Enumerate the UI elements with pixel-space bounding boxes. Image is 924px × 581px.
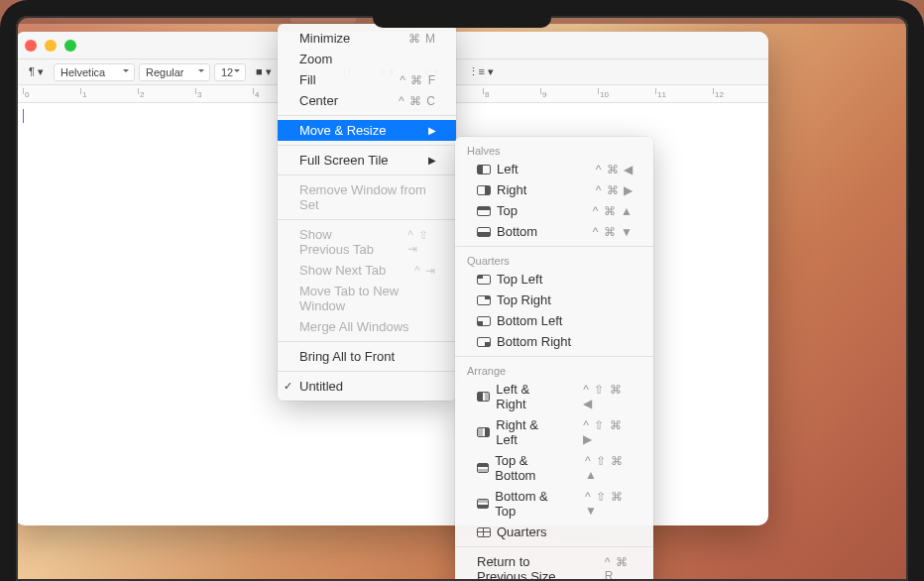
text-cursor [23, 109, 24, 123]
menubar-app-name[interactable]: TextEdit [30, 2, 99, 23]
submenu-item-top-left[interactable]: Top Left [455, 269, 653, 290]
menubar-window[interactable]: Window [290, 2, 356, 23]
submenu-header: Quarters [455, 251, 653, 269]
submenu-header: Halves [455, 141, 653, 159]
menu-item-move-tab-to-new-window: Move Tab to New Window [278, 281, 456, 316]
submenu-item-bottom-top[interactable]: Bottom & Top^ ⇧ ⌘ ▼ [455, 486, 653, 522]
apple-logo-icon[interactable] [10, 5, 24, 19]
minimize-button[interactable] [45, 40, 57, 52]
menubar-view[interactable]: View [243, 2, 290, 23]
submenu-item-quarters[interactable]: Quarters [455, 522, 653, 542]
font-style-select[interactable]: Regular [139, 63, 210, 81]
submenu-item-right-left[interactable]: Right & Left^ ⇧ ⌘ ▶ [455, 414, 653, 450]
menu-item-full-screen-tile[interactable]: Full Screen Tile▶ [278, 150, 456, 171]
menu-item-move-resize[interactable]: Move & Resize▶ [278, 120, 456, 141]
menu-item-show-previous-tab: Show Previous Tab^ ⇧ ⇥ [278, 224, 456, 260]
menu-item-zoom[interactable]: Zoom [278, 49, 456, 69]
menubar-format[interactable]: Format [182, 2, 243, 23]
submenu-item-top-bottom[interactable]: Top & Bottom^ ⇧ ⌘ ▲ [455, 450, 653, 486]
submenu-item-left-right[interactable]: Left & Right^ ⇧ ⌘ ◀ [455, 379, 653, 414]
submenu-item-bottom-left[interactable]: Bottom Left [455, 310, 653, 331]
menubar-file[interactable]: File [99, 2, 140, 23]
menu-item-minimize[interactable]: Minimize⌘ M [278, 28, 456, 49]
menu-item-merge-all-windows: Merge All Windows [278, 316, 456, 337]
menu-item-center[interactable]: Center^ ⌘ C [278, 90, 456, 111]
submenu-item-left[interactable]: Left^ ⌘ ◀ [455, 159, 653, 179]
text-color-icon[interactable]: ■ ▾ [250, 63, 278, 80]
paragraph-style-icon[interactable]: ¶ ▾ [23, 63, 50, 80]
submenu-item-top[interactable]: Top^ ⌘ ▲ [455, 200, 653, 221]
list-button[interactable]: ⋮≡ ▾ [462, 63, 500, 80]
submenu-header: Arrange [455, 361, 653, 379]
submenu-item-bottom-right[interactable]: Bottom Right [455, 331, 653, 352]
submenu-item-bottom[interactable]: Bottom^ ⌘ ▼ [455, 221, 653, 242]
close-button[interactable] [25, 40, 37, 52]
menu-item-remove-window-from-set: Remove Window from Set [278, 179, 456, 215]
device-notch [373, 0, 551, 28]
zoom-button[interactable] [64, 40, 76, 52]
submenu-item-right[interactable]: Right^ ⌘ ▶ [455, 179, 653, 200]
menubar-edit[interactable]: Edit [140, 2, 181, 23]
menu-item-fill[interactable]: Fill^ ⌘ F [278, 69, 456, 90]
menu-item-untitled[interactable]: ✓Untitled [278, 376, 456, 397]
font-size-select[interactable]: 12 [214, 63, 246, 81]
submenu-item-top-right[interactable]: Top Right [455, 290, 653, 310]
menu-item-bring-all-to-front[interactable]: Bring All to Front [278, 346, 456, 367]
menu-item-show-next-tab: Show Next Tab^ ⇥ [278, 260, 456, 281]
font-family-select[interactable]: Helvetica [54, 63, 135, 81]
window-menu-dropdown: Minimize⌘ MZoomFill^ ⌘ FCenter^ ⌘ CMove … [278, 24, 456, 401]
move-resize-submenu: HalvesLeft^ ⌘ ◀Right^ ⌘ ▶Top^ ⌘ ▲Bottom^… [455, 137, 653, 581]
submenu-item-return[interactable]: Return to Previous Size^ ⌘ R [455, 551, 653, 581]
